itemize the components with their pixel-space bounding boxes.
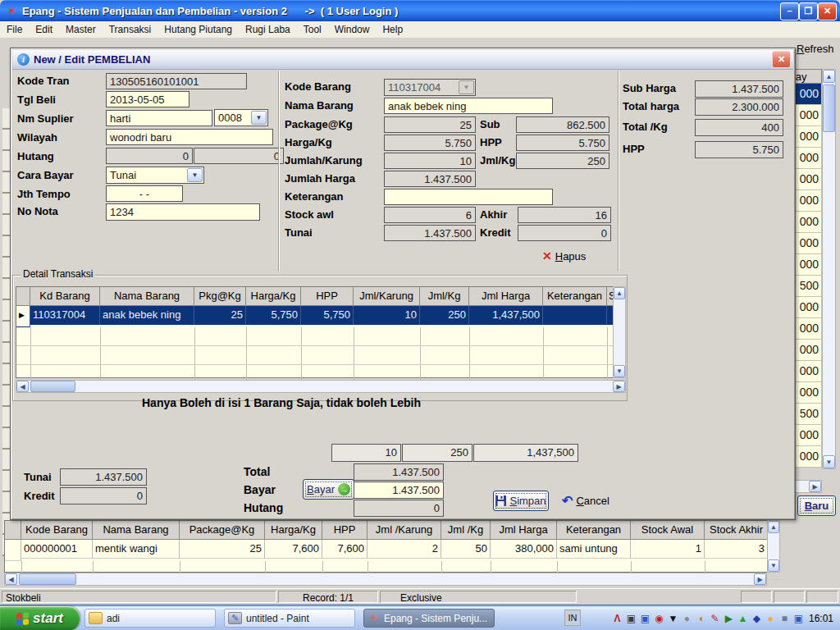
menu-master[interactable]: Master — [59, 22, 103, 37]
scroll-up-icon[interactable]: ▲ — [614, 287, 625, 299]
header-cell[interactable]: HPP — [301, 287, 354, 306]
tray-pen-recorder-icon[interactable]: ✎ — [708, 612, 722, 626]
tray-display-icon[interactable]: ■ — [778, 612, 792, 626]
table-row[interactable] — [16, 346, 625, 365]
start-button[interactable]: start — [0, 606, 80, 630]
kode-barang-combobox[interactable]: 110317004 ▼ — [384, 79, 476, 96]
minimize-button[interactable]: – — [780, 2, 799, 21]
menu-edit[interactable]: Edit — [29, 22, 59, 37]
hutang-field[interactable]: 0 — [354, 500, 444, 517]
table-row[interactable]: 000000001 mentik wangi 25 7,600 7,600 2 … — [5, 540, 779, 561]
taskbar-item-epang[interactable]: ✶ Epang - Sistem Penju... — [363, 609, 495, 628]
package-kg-field[interactable]: 25 — [384, 116, 476, 133]
hutang-field-2[interactable]: 0 — [194, 148, 284, 164]
nama-barang-field[interactable]: anak bebek ning — [384, 98, 553, 114]
header-cell[interactable]: Pkg@Kg — [194, 287, 246, 306]
header-cell[interactable]: Keterangan — [543, 287, 607, 306]
scroll-down-icon[interactable]: ▼ — [614, 365, 625, 377]
header-cell[interactable]: Stock Awal — [631, 521, 705, 540]
wilayah-field[interactable]: wonodri baru — [106, 129, 273, 145]
jml-kg-field[interactable]: 250 — [516, 153, 609, 169]
header-cell[interactable]: Keterangan — [557, 521, 631, 540]
header-cell[interactable]: Jml Harga — [469, 287, 543, 306]
header-cell[interactable]: Jml /Kg — [441, 521, 491, 540]
scroll-down-icon[interactable]: ▼ — [823, 455, 835, 468]
menu-help[interactable]: Help — [376, 22, 409, 37]
menu-tool[interactable]: Tool — [297, 22, 328, 37]
jumlah-harga-field[interactable]: 1.437.500 — [384, 171, 476, 187]
header-cell[interactable]: Harga/Kg — [246, 287, 301, 306]
kredit-field[interactable]: 0 — [60, 487, 147, 504]
keterangan-field[interactable] — [384, 189, 553, 205]
scroll-thumb[interactable] — [823, 84, 835, 132]
tray-v-tool-icon[interactable]: ▼ — [666, 612, 680, 626]
header-cell[interactable]: Kode Barang — [21, 521, 93, 540]
simpan-button[interactable]: Simpan — [493, 491, 549, 511]
menu-transaksi[interactable]: Transaksi — [103, 22, 158, 37]
menu-file[interactable]: File — [0, 22, 29, 37]
header-cell[interactable]: Jml/Kg — [420, 287, 469, 306]
bay-scrollbar[interactable]: ▲ ▼ — [822, 69, 836, 469]
tray-update-icon[interactable]: ● — [764, 612, 778, 626]
purchases-table-vscrollbar[interactable]: ▲ ▼ — [767, 520, 780, 573]
bayar-button[interactable]: Bayar → — [303, 479, 354, 500]
close-button[interactable]: ✕ — [818, 2, 837, 21]
purchases-table-hscrollbar[interactable]: ◀ ▶ — [4, 573, 767, 586]
scroll-left-icon[interactable]: ◀ — [5, 573, 17, 585]
suplier-code-combobox[interactable]: 0008 ▼ — [214, 109, 268, 126]
no-nota-field[interactable]: 1234 — [106, 203, 260, 221]
tray-display-error-icon[interactable]: ▣ — [624, 612, 638, 626]
akhir-field[interactable]: 16 — [518, 207, 611, 223]
stock-awl-field[interactable]: 6 — [384, 207, 476, 223]
restore-button[interactable]: ❐ — [799, 2, 818, 21]
cancel-button[interactable]: ↶ Cancel — [562, 495, 609, 507]
header-cell[interactable]: Jml/Karung — [354, 287, 420, 306]
scroll-thumb[interactable] — [19, 573, 76, 585]
baru-button[interactable]: Baru — [797, 495, 836, 516]
scroll-thumb[interactable] — [30, 381, 75, 392]
header-cell[interactable]: Jml Harga — [491, 521, 557, 540]
chevron-down-icon[interactable]: ▼ — [187, 168, 203, 182]
header-cell[interactable]: Nama Barang — [93, 521, 180, 540]
tray-database-icon[interactable]: ▶ — [722, 612, 736, 626]
header-cell[interactable]: HPP — [322, 521, 368, 540]
nm-suplier-field[interactable]: harti — [106, 110, 212, 126]
scroll-up-icon[interactable]: ▲ — [823, 70, 835, 83]
header-cell[interactable]: Package@Kg — [180, 521, 265, 540]
kredit-item-field[interactable]: 0 — [518, 225, 611, 241]
tray-mute-icon[interactable]: ● — [680, 612, 694, 626]
tray-torrent-icon[interactable]: ▲ — [736, 612, 750, 626]
total-kg-field[interactable]: 400 — [695, 119, 783, 136]
menu-hutang-piutang[interactable]: Hutang Piutang — [158, 22, 239, 37]
dialog-close-button[interactable]: ✕ — [772, 51, 791, 68]
kode-tran-field[interactable]: 130505160101001 — [106, 73, 247, 89]
detail-vscrollbar[interactable]: ▲ ▼ — [613, 286, 626, 378]
chevron-down-icon[interactable]: ▼ — [251, 111, 267, 125]
tray-shield-blue-icon[interactable]: ◆ — [750, 612, 764, 626]
scroll-right-icon[interactable]: ▶ — [613, 381, 625, 392]
language-indicator[interactable]: IN — [564, 609, 581, 626]
taskbar-item-adi[interactable]: adi — [84, 609, 216, 628]
scroll-right-icon[interactable]: ▶ — [809, 481, 821, 492]
tray-volume-icon[interactable]: ◖ — [694, 612, 708, 626]
tray-antivirus-shield-icon[interactable]: ◉ — [652, 612, 666, 626]
refresh-button[interactable]: Refresh — [797, 43, 834, 55]
detail-hscrollbar[interactable]: ◀ ▶ — [16, 380, 626, 393]
header-cell[interactable]: Stock Akhir — [705, 521, 768, 540]
tray-activity-icon[interactable]: Λ — [610, 612, 624, 626]
cara-bayar-combobox[interactable]: Tunai ▼ — [106, 167, 204, 184]
jth-tempo-field[interactable]: - - — [106, 185, 183, 202]
header-cell[interactable] — [5, 521, 21, 540]
menu-window[interactable]: Window — [328, 22, 377, 37]
tunai-field[interactable]: 1.437.500 — [60, 468, 147, 486]
taskbar-item-paint[interactable]: ✎ untitled - Paint — [224, 609, 355, 628]
bayar-field[interactable]: 1.437.500 — [354, 482, 444, 499]
tgl-beli-field[interactable]: 2013-05-05 — [106, 91, 189, 107]
total-field[interactable]: 1.437.500 — [354, 463, 444, 481]
jumlah-karung-field[interactable]: 10 — [384, 153, 476, 169]
table-row-selected[interactable]: ▶ 110317004 anak bebek ning 25 5,750 5,7… — [16, 306, 625, 327]
sub-harga-field[interactable]: 1.437.500 — [695, 80, 783, 98]
scroll-down-icon[interactable]: ▼ — [768, 559, 779, 572]
header-cell[interactable]: Kd Barang — [30, 287, 100, 306]
menu-rugi-laba[interactable]: Rugi Laba — [239, 22, 297, 37]
